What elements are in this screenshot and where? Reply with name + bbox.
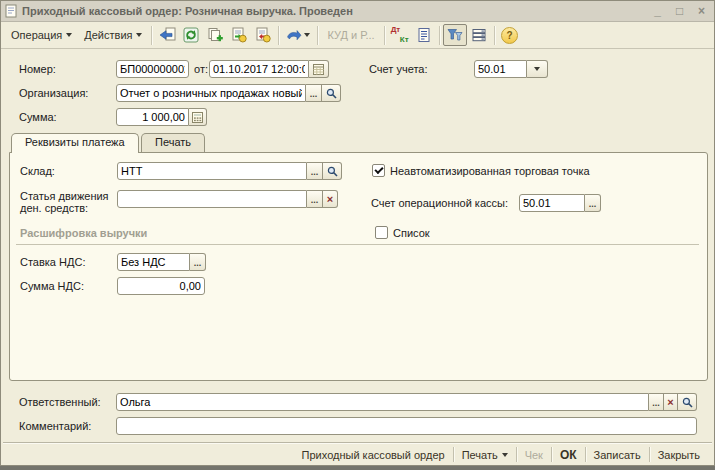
footer-divider: [3, 442, 712, 443]
toolbar-separator: [384, 26, 385, 45]
close-form-button[interactable]: Закрыть: [650, 449, 708, 461]
toolbar-separator: [151, 26, 152, 45]
unpost-document-button[interactable]: [251, 24, 275, 46]
date-input[interactable]: [209, 60, 309, 78]
magnifier-icon: [326, 88, 337, 99]
toolbar-separator: [278, 26, 279, 45]
calendar-icon: [313, 64, 324, 75]
ntt-checkbox[interactable]: [372, 164, 385, 177]
structure-list-icon: [471, 27, 487, 43]
help-button[interactable]: ?: [498, 24, 522, 46]
op-cash-account-label: Счет операционной кассы:: [371, 194, 508, 212]
kud-button: КУД и Р...: [321, 26, 380, 44]
ellipsis-icon: ...: [589, 200, 597, 209]
section-divider: [16, 244, 699, 245]
organization-open-button[interactable]: [322, 84, 341, 102]
maximize-button[interactable]: □: [671, 4, 688, 19]
vat-rate-label: Ставка НДС:: [20, 253, 85, 271]
magnifier-icon: [327, 166, 338, 177]
window-title: Приходный кассовый ордер: Розничная выру…: [22, 5, 644, 17]
cashflow-item-field-group: ... ×: [117, 190, 338, 208]
structure-button[interactable]: [467, 24, 491, 46]
go-to-button[interactable]: [282, 24, 314, 46]
chevron-down-icon: [66, 33, 72, 37]
date-field-group: [209, 60, 329, 78]
number-field-group: [116, 60, 189, 78]
clear-icon: ×: [667, 397, 673, 408]
calendar-button[interactable]: [309, 60, 329, 78]
ntt-checkbox-label: Неавтоматизированная торговая точка: [390, 165, 590, 177]
chevron-down-icon: [502, 453, 508, 457]
toolbar-separator: [494, 26, 495, 45]
help-icon: ?: [501, 27, 518, 44]
title-bar: Приходный кассовый ордер: Розничная выру…: [1, 1, 714, 22]
cashflow-item-input[interactable]: [117, 190, 307, 208]
operation-menu-label: Операция: [11, 29, 62, 41]
responsible-open-button[interactable]: [678, 393, 697, 411]
organization-input[interactable]: [116, 84, 306, 102]
chevron-down-icon: [304, 33, 310, 37]
toolbar: Операция Действия: [1, 22, 714, 49]
warehouse-open-button[interactable]: [323, 162, 342, 180]
kud-button-label: КУД и Р...: [327, 29, 374, 41]
account-input[interactable]: [474, 60, 527, 78]
clear-icon: ×: [327, 194, 333, 205]
refresh-icon: [183, 27, 199, 43]
responsible-input[interactable]: [116, 393, 649, 411]
account-dropdown-button[interactable]: [527, 60, 548, 78]
op-cash-account-select-button[interactable]: ...: [585, 194, 601, 212]
organization-select-button[interactable]: ...: [306, 84, 322, 102]
number-input[interactable]: [116, 60, 189, 78]
go-arrow-icon: [286, 27, 302, 43]
vat-sum-label: Сумма НДС:: [20, 277, 84, 295]
list-checkbox-label: Список: [393, 227, 430, 239]
vat-sum-input[interactable]: [117, 277, 205, 295]
print-button[interactable]: Печать: [454, 449, 516, 461]
chevron-down-icon: [136, 33, 142, 37]
tab-payment-details[interactable]: Реквизиты платежа: [11, 133, 139, 153]
sum-field-group: [116, 108, 207, 126]
vat-rate-select-button[interactable]: ...: [190, 253, 206, 271]
close-button[interactable]: ×: [693, 4, 710, 19]
ok-button[interactable]: ОК: [552, 448, 585, 462]
tab-print[interactable]: Печать: [141, 133, 205, 152]
calculator-button[interactable]: [189, 108, 207, 126]
vat-rate-input[interactable]: [117, 253, 190, 271]
actions-menu-button[interactable]: Действия: [78, 26, 148, 44]
op-cash-account-input[interactable]: [519, 194, 585, 212]
ellipsis-icon: ...: [652, 399, 660, 408]
warehouse-select-button[interactable]: ...: [307, 162, 323, 180]
list-checkbox-row: Список: [375, 226, 430, 239]
cashflow-item-label: Статья движения ден. средств:: [20, 190, 109, 214]
sum-input[interactable]: [116, 108, 189, 126]
responsible-field-group: ... ×: [116, 393, 697, 411]
refresh-button[interactable]: [179, 24, 203, 46]
warehouse-input[interactable]: [117, 162, 307, 180]
warehouse-field-group: ...: [117, 162, 342, 180]
list-checkbox[interactable]: [375, 226, 388, 239]
responsible-select-button[interactable]: ...: [649, 393, 664, 411]
filter-toggle-button[interactable]: [443, 24, 467, 46]
cashflow-item-clear-button[interactable]: ×: [323, 190, 338, 208]
ellipsis-icon: ...: [311, 168, 319, 177]
operation-menu-button[interactable]: Операция: [5, 26, 78, 44]
dtkt-postings-button[interactable]: Дт Кт: [388, 24, 412, 46]
number-label: Номер:: [19, 60, 56, 78]
comment-input[interactable]: [116, 417, 697, 435]
responsible-clear-button[interactable]: ×: [664, 393, 678, 411]
document-icon: [5, 4, 17, 18]
calculator-icon: [192, 112, 203, 123]
vat-sum-field-group: [117, 277, 205, 295]
cashflow-item-select-button[interactable]: ...: [307, 190, 323, 208]
copy-button[interactable]: [203, 24, 227, 46]
post-document-button[interactable]: [227, 24, 251, 46]
document-window: Приходный кассовый ордер: Розничная выру…: [0, 0, 715, 466]
register-records-button[interactable]: [412, 24, 436, 46]
pko-print-form-button[interactable]: Приходный кассовый ордер: [294, 449, 453, 461]
save-button[interactable]: Записать: [586, 449, 649, 461]
save-document-button[interactable]: [155, 24, 179, 46]
chevron-down-icon: [534, 67, 540, 71]
minimize-button[interactable]: _: [649, 4, 666, 19]
filter-icon: [447, 27, 463, 43]
actions-menu-label: Действия: [84, 29, 132, 41]
